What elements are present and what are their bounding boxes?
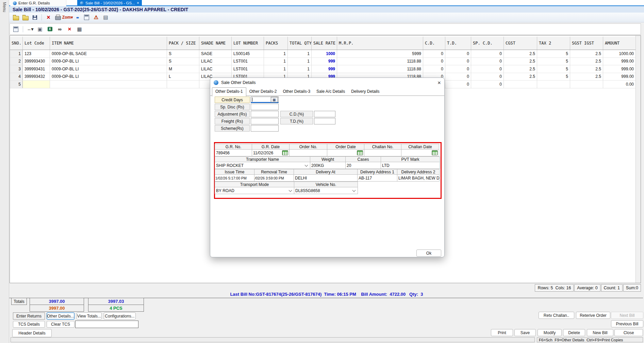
grid-column-header[interactable]: SP. C.D. — [471, 37, 504, 50]
grid-cell[interactable]: 399993430 — [23, 58, 50, 65]
grid-cell[interactable]: S — [167, 58, 199, 65]
grid-cell[interactable]: S — [167, 50, 199, 57]
grid-cell[interactable] — [537, 81, 570, 88]
tab-sale-bill[interactable]: Sale Bill - 10/02/2026 - GS... × — [77, 0, 142, 6]
grid-cell[interactable]: 999 — [312, 58, 337, 65]
grid-cell[interactable]: 0 — [471, 81, 504, 88]
grid-cell[interactable]: LILAC — [199, 65, 232, 73]
grid-column-header[interactable]: SGST IGST — [570, 37, 603, 50]
grid-cell[interactable]: 0 — [423, 58, 445, 65]
grid-cell[interactable]: 0009-OP-BL LI — [50, 65, 167, 73]
grid-column-header[interactable]: Lot Code — [23, 37, 50, 50]
calendar-icon[interactable] — [432, 150, 438, 155]
enter-returns-button[interactable]: Enter Returns — [13, 312, 45, 320]
chevron-down-icon[interactable] — [289, 189, 292, 192]
clear-tcs-button[interactable]: Clear TCS — [47, 321, 75, 328]
g-r-date-field[interactable]: 11/02/2026 — [252, 149, 290, 156]
grid-cell[interactable]: 0 — [445, 65, 471, 73]
grid-cell[interactable]: 1000.00 — [603, 50, 636, 57]
grid-cell[interactable]: 0 — [423, 50, 445, 57]
grid-cell[interactable]: 1000 — [312, 50, 337, 57]
delete-button[interactable]: Delete — [563, 329, 585, 336]
grid-cell[interactable]: 5 — [537, 65, 570, 73]
alert-icon[interactable]: ⚠ — [93, 14, 100, 21]
cases-field[interactable]: 20 — [345, 162, 381, 169]
grid-cell[interactable]: 1 — [10, 50, 23, 57]
tab-enter-gr-details[interactable]: Enter G.R. Details — [10, 0, 66, 6]
copy-icon[interactable]: ▣ — [36, 26, 44, 33]
grid-icon[interactable]: ▦ — [76, 26, 83, 33]
delivery-at-field[interactable]: DELHI — [294, 174, 358, 182]
grid-cell[interactable]: 0.00 — [603, 81, 636, 88]
view-totals-button[interactable]: View Totals... — [77, 312, 102, 320]
save-button[interactable]: Save — [514, 329, 536, 336]
grid-cell[interactable]: 0 — [471, 73, 504, 81]
bill-calc-add-icon[interactable] — [83, 14, 90, 21]
tab-close-icon[interactable]: × — [137, 1, 139, 5]
header-details-button[interactable]: Header Details — [12, 329, 52, 337]
dialog-tab-other-details-3[interactable]: Other Details-3 — [280, 87, 313, 96]
configurations-button[interactable]: Configurations... — [104, 312, 136, 320]
other-details-button[interactable]: Other Details... — [47, 312, 75, 320]
calculator-icon[interactable] — [12, 26, 19, 33]
grid-cell[interactable]: SAGE — [199, 50, 232, 57]
grid-column-header[interactable]: SALE RATE — [312, 37, 337, 50]
grid-cell[interactable]: 0009-OP-BL LI — [50, 73, 167, 81]
zoom-icon[interactable]: Zom▾ — [64, 14, 71, 21]
challan-date-field[interactable] — [401, 149, 439, 156]
freight-rs--field[interactable] — [251, 118, 279, 124]
grid-column-header[interactable]: C.D. — [423, 37, 445, 50]
grid-column-header[interactable]: M.R.P. — [337, 37, 423, 50]
scheme-rs--field[interactable] — [251, 125, 279, 132]
grid-cell[interactable]: 0 — [445, 73, 471, 81]
grid-column-header[interactable]: TAX 2 — [537, 37, 570, 50]
grid-cell[interactable]: L — [167, 73, 199, 81]
grid-cell[interactable]: 2.5 — [504, 58, 537, 65]
transport-mode-field[interactable]: BY ROAD — [215, 187, 294, 194]
grid-cell[interactable]: 5 — [537, 73, 570, 81]
grid-cell[interactable]: LILAC — [199, 58, 232, 65]
grid-cell[interactable]: 999.00 — [603, 73, 636, 81]
grid-column-header[interactable]: PACKS — [264, 37, 288, 50]
grid-cell[interactable]: 2.5 — [570, 50, 603, 57]
grid-cell[interactable]: M — [167, 65, 199, 73]
find-icon[interactable]: ∞ — [56, 26, 63, 33]
challan-no--field[interactable] — [364, 149, 401, 156]
grid-column-header[interactable]: SNO. — [10, 37, 23, 50]
grid-cell[interactable]: 1 — [288, 58, 312, 65]
grid-cell[interactable]: 1 — [264, 65, 288, 73]
tcs-details-button[interactable]: TCS Details — [13, 321, 45, 328]
grid-cell[interactable]: 1118.88 — [337, 65, 423, 73]
order-no--field[interactable] — [289, 149, 327, 156]
delete-row-icon[interactable]: × — [66, 26, 73, 33]
grid-column-header[interactable]: T.D. — [445, 37, 471, 50]
grid-cell[interactable]: LST001 — [232, 58, 264, 65]
checklist-icon[interactable]: ▤ — [102, 14, 109, 21]
calendar-icon[interactable] — [282, 150, 288, 155]
grid-cell[interactable]: LST001 — [232, 65, 264, 73]
modify-button[interactable]: Modify — [538, 329, 562, 336]
grid-cell[interactable]: 1 — [264, 50, 288, 57]
grid-cell[interactable]: 999.00 — [603, 65, 636, 73]
grid-cell[interactable]: 999 — [312, 65, 337, 73]
order-date-field[interactable] — [327, 149, 364, 156]
new-bill-button[interactable]: New Bill — [587, 329, 613, 336]
retv-challan-button[interactable]: Retv Challan.. — [539, 312, 574, 319]
open-bill-icon[interactable] — [22, 14, 29, 21]
grid-cell[interactable]: 123 — [23, 50, 50, 57]
delivery-address-1-field[interactable]: AB-117 — [357, 174, 397, 182]
delete-bill-icon[interactable]: × — [45, 14, 52, 21]
c-d--field[interactable] — [314, 111, 335, 117]
users-icon[interactable]: ●● — [73, 14, 81, 21]
grid-column-header[interactable]: AMOUNT — [603, 37, 636, 50]
delivery-address-2-field[interactable]: LIMAR BAGH, NEW DELHI — [397, 174, 440, 182]
grid-cell[interactable]: 399993432 — [23, 73, 50, 81]
grid-cell[interactable]: 3 — [10, 65, 23, 73]
previous-bill-button[interactable]: Previous Bill — [611, 320, 643, 327]
grid-cell[interactable]: 1 — [288, 50, 312, 57]
chevron-down-icon[interactable] — [305, 164, 308, 167]
grid-column-header[interactable]: CGST — [504, 37, 537, 50]
grid-column-header[interactable]: PACK / SIZE — [167, 37, 199, 50]
grid-cell[interactable]: 1 — [264, 58, 288, 65]
calendar-icon[interactable] — [357, 150, 363, 155]
